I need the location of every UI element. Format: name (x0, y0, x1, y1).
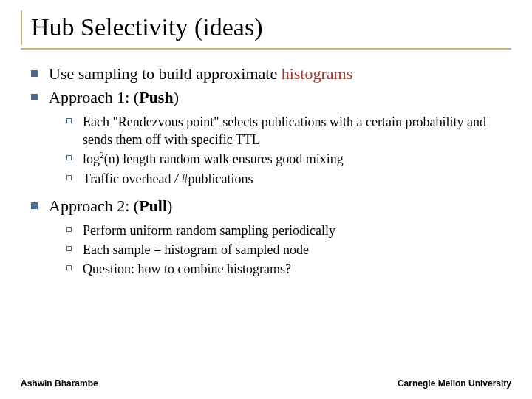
footer: Ashwin Bharambe Carnegie Mellon Universi… (21, 378, 511, 389)
approach1-post: ) (174, 88, 179, 106)
bullet-sampling: Use sampling to build approximate histog… (28, 63, 511, 85)
log-post: (n) length random walk ensures good mixi… (104, 151, 344, 166)
bullet-approach2: Approach 2: (Pull) Perform uniform rando… (28, 195, 511, 279)
footer-affiliation: Carnegie Mellon University (398, 378, 511, 389)
a2-sub-question: Question: how to combine histograms? (64, 260, 511, 278)
title-border: Hub Selectivity (ideas) (21, 10, 511, 45)
bullet-approach1: Approach 1: (Push) Each "Rendezvous poin… (28, 86, 511, 188)
approach2-sublist: Perform uniform random sampling periodic… (64, 222, 511, 279)
pull-word: Pull (139, 197, 167, 215)
a2-sub-uniform: Perform uniform random sampling periodic… (64, 222, 511, 239)
push-word: Push (139, 88, 173, 106)
traffic-pre: Traffic overhead (83, 171, 174, 186)
approach2-pre: Approach 2: ( (49, 197, 139, 215)
slide: Hub Selectivity (ideas) Use sampling to … (0, 0, 532, 399)
a1-sub-rendezvous: Each "Rendezvous point" selects publicat… (64, 113, 511, 149)
a2-sub-sample: Each sample = histogram of sampled node (64, 241, 511, 259)
approach1-pre: Approach 1: ( (49, 88, 139, 106)
bullet-list: Use sampling to build approximate histog… (28, 63, 511, 278)
title-rule: Hub Selectivity (ideas) (21, 10, 511, 50)
approach2-post: ) (167, 197, 172, 215)
approach1-sublist: Each "Rendezvous point" selects publicat… (64, 113, 511, 188)
slide-title: Hub Selectivity (ideas) (31, 13, 511, 41)
a1-sub-traffic: Traffic overhead / #publications (64, 170, 511, 188)
a1-sub-log2n: log2(n) length random walk ensures good … (64, 150, 511, 168)
traffic-post: #publications (178, 171, 253, 186)
footer-author: Ashwin Bharambe (21, 378, 98, 389)
histograms-word: histograms (282, 64, 353, 83)
log-pre: log (83, 151, 100, 166)
bullet-text: Use sampling to build approximate (49, 64, 282, 83)
